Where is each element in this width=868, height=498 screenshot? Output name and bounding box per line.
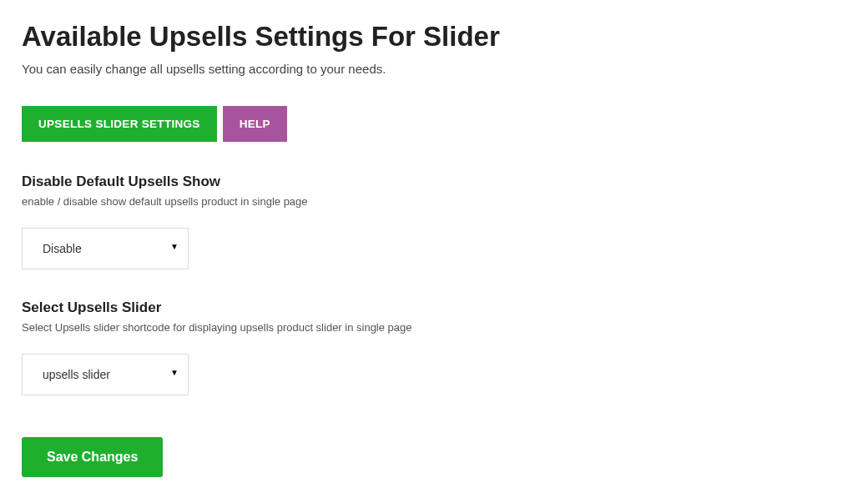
page-title: Available Upsells Settings For Slider <box>22 20 846 53</box>
page-subtitle: You can easily change all upsells settin… <box>22 62 846 76</box>
section-desc-disable-default: enable / disable show default upsells pr… <box>22 195 846 208</box>
disable-default-select[interactable]: Disable <box>22 228 189 269</box>
upsells-slider-settings-button[interactable]: UPSELLS SLIDER SETTINGS <box>22 106 217 142</box>
help-button[interactable]: HELP <box>223 106 287 142</box>
upsells-slider-select[interactable]: upsells slider <box>22 354 189 395</box>
section-disable-default: Disable Default Upsells Show enable / di… <box>22 174 846 269</box>
select-wrap-disable-default: Disable ▼ <box>22 228 189 269</box>
toolbar: UPSELLS SLIDER SETTINGS HELP <box>22 106 846 142</box>
section-title-select-slider: Select Upsells Slider <box>22 299 846 316</box>
select-wrap-select-slider: upsells slider ▼ <box>22 354 189 395</box>
section-desc-select-slider: Select Upsells slider shortcode for disp… <box>22 321 846 334</box>
section-select-slider: Select Upsells Slider Select Upsells sli… <box>22 299 846 395</box>
section-title-disable-default: Disable Default Upsells Show <box>22 174 846 190</box>
save-changes-button[interactable]: Save Changes <box>22 437 163 477</box>
save-row: Save Changes <box>22 437 846 477</box>
